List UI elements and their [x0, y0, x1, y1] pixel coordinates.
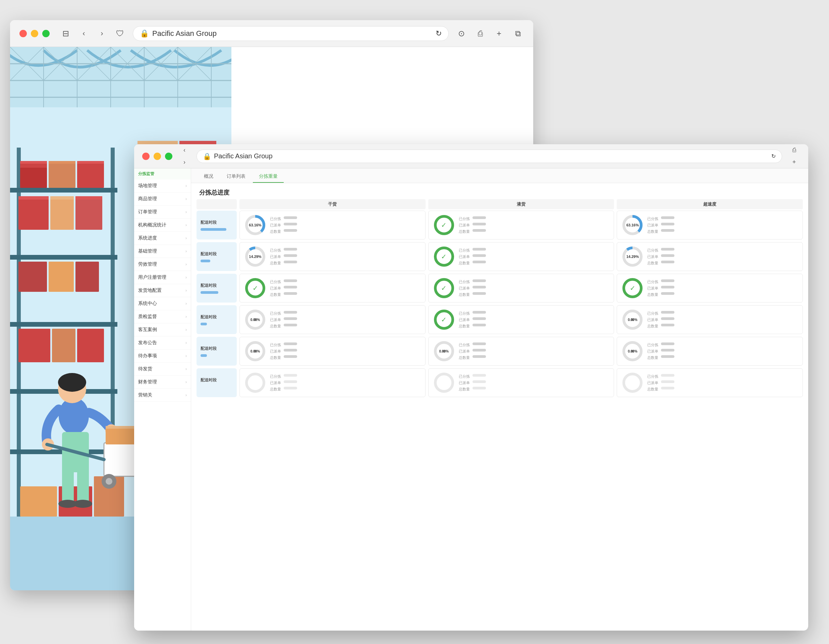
sort-card-4-liquid: ✓ 已分拣 已派单 总数量 [428, 305, 615, 334]
download-icon[interactable]: ⊙ [455, 27, 468, 39]
sidebar-item-labor-efficiency[interactable]: 劳效管理› [134, 258, 191, 271]
sidebar-item-todos[interactable]: 待办事项› [134, 349, 191, 363]
front-maximize-button[interactable] [165, 153, 172, 160]
column-headers: 干货 液货 超速度 [191, 199, 808, 211]
sidebar-item-user-registration[interactable]: 用户注册管理› [134, 271, 191, 284]
sidebar-item-pending-delivery[interactable]: 待发货› [134, 363, 191, 376]
minimize-button[interactable] [31, 30, 38, 37]
refresh-icon[interactable]: ↻ [436, 29, 442, 38]
copy-icon[interactable]: ⧉ [512, 27, 524, 39]
sidebar-item-basic-management[interactable]: 基础管理› [134, 245, 191, 258]
front-new-tab-icon[interactable]: + [788, 156, 800, 168]
stats-4-liquid: 已分拣 已派单 总数量 [459, 311, 486, 329]
donut-1-liquid: ✓ [433, 214, 455, 236]
svg-rect-58 [20, 486, 57, 516]
donut-4-dry: 0.00% [244, 309, 266, 330]
back-icon[interactable]: ‹ [78, 27, 90, 39]
sort-row-4: 配送时段 0.00% 已分拣 已派单 [197, 305, 803, 334]
sidebar-item-marketing[interactable]: 营销关› [134, 389, 191, 402]
stats-5-dry: 已分拣 已派单 总数量 [270, 343, 297, 360]
stats-1-super: 已分拣 已派单 总数量 [647, 216, 675, 234]
sort-row-5: 配送时段 0.00% 已分拣 已派单 [197, 337, 803, 366]
stats-3-super: 已分拣 已派单 总数量 [647, 279, 675, 297]
sort-card-3-liquid: ✓ 已分拣 已派单 总数量 [428, 274, 615, 303]
time-bar-4 [200, 323, 207, 325]
sidebar-item-system-center[interactable]: 系统中心› [134, 297, 191, 310]
main-content: 概况 订单列表 分拣重量 分拣总进度 干货 液货 超速度 配送时段 [191, 168, 808, 631]
sort-row-3: 配送时段 ✓ 已分拣 已派单 总数量 [197, 274, 803, 303]
svg-rect-47 [49, 262, 74, 292]
stats-4-dry: 已分拣 已派单 总数量 [270, 311, 297, 329]
svg-rect-43 [19, 196, 49, 200]
svg-rect-50 [52, 329, 76, 362]
sidebar-item-dispatch-config[interactable]: 发货地配置› [134, 284, 191, 297]
sort-card-6-dry: 已分拣 已派单 总数量 [240, 368, 426, 397]
front-minimize-button[interactable] [154, 153, 161, 160]
stats-2-dry: 已分拣 已派单 总数量 [270, 248, 297, 266]
front-back-icon[interactable]: ‹ [178, 144, 191, 156]
svg-rect-41 [50, 196, 74, 230]
sort-row-6: 配送时段 已分拣 已派单 总数量 [197, 368, 803, 397]
sort-card-1-liquid: ✓ 已分拣 已派单 总数量 [428, 211, 615, 240]
back-browser-titlebar: ⊟ ‹ › 🛡 🔒 Pacific Asian Group ↻ ⊙ ⎙ + ⧉ [10, 20, 533, 47]
front-refresh-icon[interactable]: ↻ [771, 153, 776, 159]
back-url-bar[interactable]: 🔒 Pacific Asian Group ↻ [133, 26, 449, 41]
front-traffic-lights [142, 153, 172, 160]
svg-point-70 [73, 500, 92, 508]
stats-2-liquid: 已分拣 已派单 总数量 [459, 248, 486, 266]
sort-time-1: 配送时段 [197, 211, 237, 240]
sort-card-6-super: 已分拣 已派单 总数量 [617, 368, 803, 397]
front-forward-icon[interactable]: › [178, 156, 191, 168]
stats-1-dry: 已分拣 已派单 总数量 [270, 216, 297, 234]
svg-rect-44 [50, 196, 74, 200]
sidebar-item-finance[interactable]: 财务管理› [134, 376, 191, 389]
maximize-button[interactable] [42, 30, 50, 37]
stats-5-liquid: 已分拣 已派单 总数量 [459, 343, 486, 360]
new-tab-icon[interactable]: + [493, 27, 505, 39]
svg-rect-51 [77, 329, 104, 362]
tab-order-list[interactable]: 订单列表 [221, 171, 252, 183]
sidebar-toggle-icon[interactable]: ⊟ [60, 27, 72, 39]
svg-point-103 [435, 374, 453, 391]
sidebar-item-announcements[interactable]: 发布公告› [134, 336, 191, 349]
sidebar-item-order-management[interactable]: 订单管理› [134, 205, 191, 219]
donut-5-dry: 0.00% [244, 341, 266, 362]
svg-point-63 [58, 373, 86, 392]
time-bar-3 [200, 291, 218, 294]
front-browser-window: ⊟ ‹ › 🛡 🔒 Pacific Asian Group ↻ ⊙ ⎙ + ⧉ … [134, 144, 808, 631]
stats-6-dry: 已分拣 已派单 总数量 [270, 374, 297, 392]
front-url-bar[interactable]: 🔒 Pacific Asian Group ↻ [197, 150, 782, 163]
donut-2-liquid: ✓ [433, 246, 455, 267]
sidebar-item-field-management[interactable]: 场地管理› [134, 180, 191, 193]
sort-card-3-dry: ✓ 已分拣 已派单 总数量 [240, 274, 426, 303]
svg-rect-30 [10, 322, 117, 327]
sidebar-item-quality-control[interactable]: 质检监督› [134, 310, 191, 324]
time-bar-5 [200, 354, 207, 357]
back-toolbar: ⊙ ⎙ + ⧉ [455, 27, 524, 39]
stats-6-super: 已分拣 已派单 总数量 [647, 374, 675, 392]
sidebar-item-customer-cases[interactable]: 客互案例› [134, 324, 191, 336]
svg-rect-36 [20, 168, 47, 188]
col-header-super: 超速度 [617, 199, 803, 209]
sidebar-item-org-stats[interactable]: 机构概况统计› [134, 219, 191, 232]
svg-rect-37 [20, 161, 47, 164]
front-browser-titlebar: ⊟ ‹ › 🛡 🔒 Pacific Asian Group ↻ ⊙ ⎙ + ⧉ [134, 144, 808, 168]
share-icon[interactable]: ⎙ [474, 27, 486, 39]
forward-icon[interactable]: › [96, 27, 108, 39]
tab-overview[interactable]: 概况 [198, 171, 219, 183]
lock-icon: 🔒 [140, 29, 149, 38]
sidebar-item-product-management[interactable]: 商品管理› [134, 193, 191, 205]
donut-6-super [622, 372, 643, 393]
svg-rect-42 [76, 196, 102, 230]
sort-row-2: 配送时段 14.29% 已分拣 已派单 [197, 242, 803, 271]
front-share-icon[interactable]: ⎙ [788, 144, 800, 156]
tab-sort-weight[interactable]: 分拣重量 [253, 171, 284, 183]
sort-time-3: 配送时段 [197, 274, 237, 303]
svg-point-102 [246, 374, 264, 391]
sort-card-2-super: 14.29% 已分拣 已派单 总数量 [617, 242, 803, 271]
sort-card-2-dry: 14.29% 已分拣 已派单 总数量 [240, 242, 426, 271]
close-button[interactable] [19, 30, 27, 37]
front-close-button[interactable] [142, 153, 150, 160]
donut-1-super: 63.16% [622, 214, 643, 236]
sidebar-item-system-progress[interactable]: 系统进度› [134, 232, 191, 245]
